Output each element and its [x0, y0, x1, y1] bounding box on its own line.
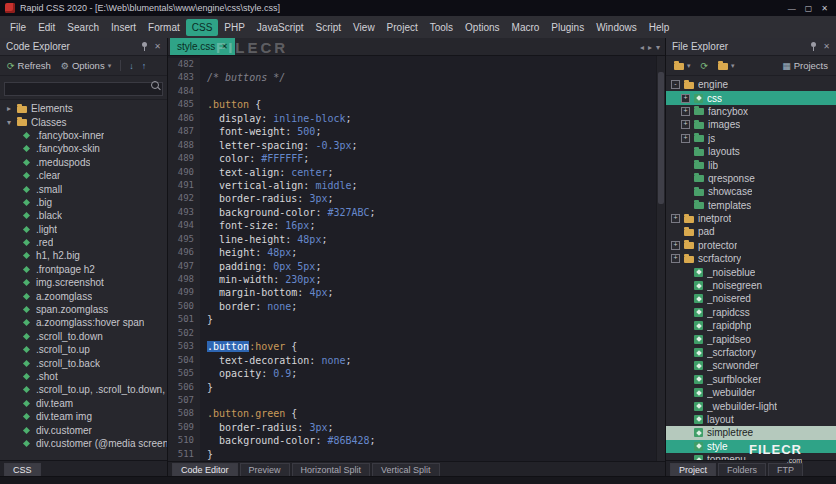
code-line[interactable]: 499 margin-bottom: 4px;: [168, 286, 656, 299]
menu-item-file[interactable]: File: [4, 19, 32, 36]
projects-button[interactable]: ▦ Projects: [779, 59, 831, 72]
expand-icon[interactable]: +: [671, 254, 680, 263]
code-line[interactable]: 506}: [168, 381, 656, 394]
menu-item-format[interactable]: Format: [142, 19, 186, 36]
code-line[interactable]: 509 border-radius: 3px;: [168, 421, 656, 434]
code-line[interactable]: 493 background-color: #327ABC;: [168, 206, 656, 219]
file-tree-item[interactable]: +inetprot: [666, 212, 836, 225]
code-line[interactable]: 507: [168, 394, 656, 407]
collapse-icon[interactable]: -: [671, 80, 680, 89]
code-editor[interactable]: 482483/* buttons */484485.button {486 di…: [168, 56, 665, 461]
tree-item[interactable]: .fancybox-inner: [0, 129, 167, 142]
file-tree-item[interactable]: templates: [666, 199, 836, 212]
file-tree-item[interactable]: _surfblocker: [666, 373, 836, 386]
tree-item[interactable]: div.customer (@media screen: [0, 437, 167, 450]
scroll-tabs-right-icon[interactable]: ▸: [648, 43, 652, 52]
code-line[interactable]: 485.button {: [168, 98, 656, 111]
code-line[interactable]: 495 line-height: 48px;: [168, 233, 656, 246]
sort-up-button[interactable]: ↑: [140, 61, 149, 71]
scroll-tabs-left-icon[interactable]: ◂: [640, 43, 644, 52]
menu-item-script[interactable]: Script: [310, 19, 348, 36]
tree-item[interactable]: .black: [0, 209, 167, 222]
code-line[interactable]: 487 font-weight: 500;: [168, 125, 656, 138]
file-tree-item[interactable]: _scrwonder: [666, 359, 836, 372]
file-tree-item[interactable]: +fancybox: [666, 105, 836, 118]
maximize-button[interactable]: ▢: [805, 4, 813, 13]
code-line[interactable]: 486 display: inline-block;: [168, 112, 656, 125]
tree-item[interactable]: .meduspods: [0, 156, 167, 169]
file-tree-item[interactable]: layout: [666, 413, 836, 426]
file-tree-item[interactable]: _noisegreen: [666, 279, 836, 292]
view-tab-vertical-split[interactable]: Vertical Split: [372, 463, 440, 477]
close-tab-icon[interactable]: ✕: [221, 42, 228, 51]
code-line[interactable]: 492 border-radius: 3px;: [168, 192, 656, 205]
code-line[interactable]: 482: [168, 58, 656, 71]
options-button[interactable]: ⚙ Options ▾: [58, 59, 114, 72]
file-tree-item[interactable]: _webuilder: [666, 386, 836, 399]
code-line[interactable]: 497 padding: 0px 5px;: [168, 260, 656, 273]
code-line[interactable]: 484: [168, 85, 656, 98]
tab-style-css[interactable]: style.css ✕: [170, 38, 235, 55]
file-tree-item[interactable]: +css: [666, 91, 836, 104]
tree-item[interactable]: a.zoomglass: [0, 289, 167, 302]
file-tree-item[interactable]: layouts: [666, 145, 836, 158]
file-tree-item[interactable]: _webuilder-light: [666, 399, 836, 412]
menu-item-options[interactable]: Options: [459, 19, 505, 36]
tree-item[interactable]: img.screenshot: [0, 276, 167, 289]
file-tree-item[interactable]: +images: [666, 118, 836, 131]
editor-scrollbar[interactable]: [656, 56, 665, 461]
expand-icon[interactable]: +: [681, 134, 690, 143]
file-tree-item[interactable]: pad: [666, 225, 836, 238]
code-line[interactable]: 502: [168, 327, 656, 340]
scrollbar-thumb[interactable]: [658, 72, 664, 204]
expand-icon[interactable]: +: [681, 120, 690, 129]
tree-item[interactable]: .shot: [0, 370, 167, 383]
code-line[interactable]: 508.button.green {: [168, 407, 656, 420]
dock-tab-folders[interactable]: Folders: [718, 463, 766, 477]
tree-item[interactable]: .light: [0, 223, 167, 236]
menu-item-php[interactable]: PHP: [218, 19, 251, 36]
code-line[interactable]: 483/* buttons */: [168, 71, 656, 84]
code-line[interactable]: 489 color: #FFFFFF;: [168, 152, 656, 165]
tree-item[interactable]: .frontpage h2: [0, 263, 167, 276]
menu-item-windows[interactable]: Windows: [590, 19, 643, 36]
file-tree-item[interactable]: _scrfactory: [666, 346, 836, 359]
tree-item[interactable]: .scroll_to.back: [0, 356, 167, 369]
close-button[interactable]: ✕: [821, 4, 828, 13]
sort-down-button[interactable]: ↓: [127, 61, 136, 71]
pin-icon[interactable]: [141, 42, 148, 51]
open-folder-button[interactable]: ▾: [671, 61, 694, 71]
code-line[interactable]: 498 min-width: 230px;: [168, 273, 656, 286]
file-tree-item[interactable]: +js: [666, 132, 836, 145]
menu-item-view[interactable]: View: [347, 19, 381, 36]
view-tab-horizontal-split[interactable]: Horizontal Split: [292, 463, 371, 477]
menu-item-insert[interactable]: Insert: [105, 19, 142, 36]
tree-item[interactable]: .scroll_to.up: [0, 343, 167, 356]
menu-item-help[interactable]: Help: [643, 19, 676, 36]
menu-item-css[interactable]: CSS: [186, 19, 219, 36]
tree-item[interactable]: div.customer: [0, 423, 167, 436]
menu-item-tools[interactable]: Tools: [424, 19, 459, 36]
tree-item[interactable]: .clear: [0, 169, 167, 182]
tab-list-icon[interactable]: ▾: [656, 43, 660, 52]
expand-icon[interactable]: +: [671, 241, 680, 250]
tree-folder-classes[interactable]: ▾Classes: [0, 115, 167, 128]
tree-item[interactable]: .fancybox-skin: [0, 142, 167, 155]
minimize-button[interactable]: —: [788, 4, 796, 13]
view-tab-code-editor[interactable]: Code Editor: [172, 463, 238, 477]
file-tree-item[interactable]: +protector: [666, 239, 836, 252]
expand-icon[interactable]: +: [671, 214, 680, 223]
tree-item[interactable]: span.zoomglass: [0, 303, 167, 316]
close-panel-icon[interactable]: ✕: [823, 42, 830, 51]
code-line[interactable]: 490 text-align: center;: [168, 166, 656, 179]
code-line[interactable]: 496 height: 48px;: [168, 246, 656, 259]
new-folder-button[interactable]: ▾: [715, 61, 738, 71]
tree-item[interactable]: .scroll_to.up, .scroll_to.down,: [0, 383, 167, 396]
file-tree-item[interactable]: _rapidphp: [666, 319, 836, 332]
expand-icon[interactable]: +: [681, 107, 690, 116]
file-tree-item[interactable]: _rapidcss: [666, 306, 836, 319]
menu-item-plugins[interactable]: Plugins: [545, 19, 590, 36]
tree-item[interactable]: .big: [0, 196, 167, 209]
expand-icon[interactable]: +: [681, 94, 690, 103]
tab-css[interactable]: CSS: [4, 463, 41, 477]
